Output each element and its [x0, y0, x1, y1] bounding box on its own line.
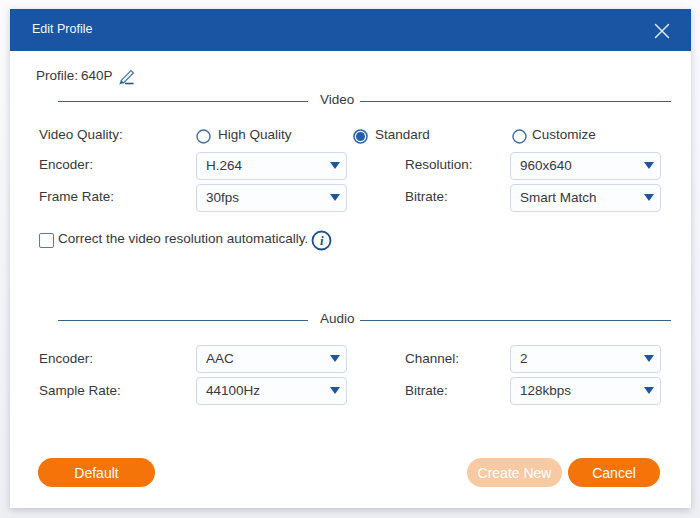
svg-text:i: i: [320, 233, 324, 248]
